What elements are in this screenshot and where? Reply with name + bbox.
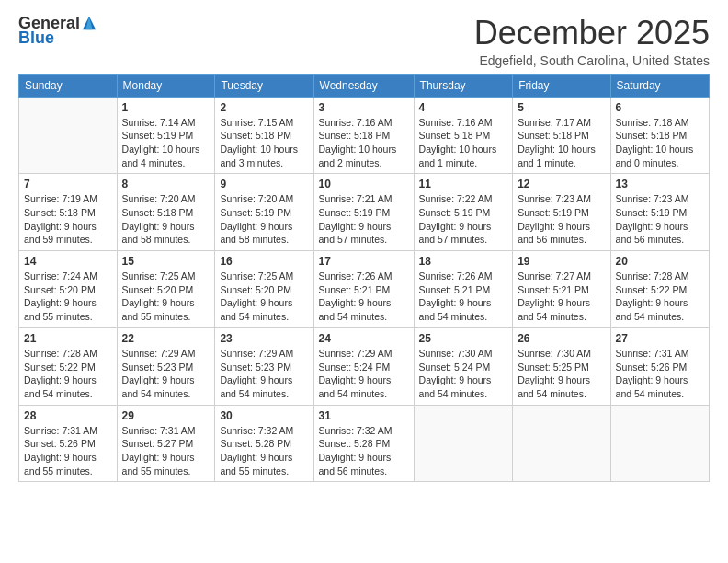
day-info: Sunrise: 7:16 AMSunset: 5:18 PMDaylight:… xyxy=(319,116,409,170)
daylight-hours: Daylight: 9 hours xyxy=(319,220,409,234)
daylight-hours: Daylight: 10 hours xyxy=(122,143,210,156)
daylight-minutes: and 54 minutes. xyxy=(518,387,605,401)
sunset: Sunset: 5:26 PM xyxy=(616,361,704,374)
calendar-week-1: 7Sunrise: 7:19 AMSunset: 5:18 PMDaylight… xyxy=(19,174,710,251)
daylight-minutes: and 3 minutes. xyxy=(220,156,308,170)
sunrise: Sunrise: 7:17 AM xyxy=(518,116,605,130)
sunset: Sunset: 5:18 PM xyxy=(122,206,210,220)
daylight-minutes: and 54 minutes. xyxy=(319,387,409,401)
daylight-hours: Daylight: 10 hours xyxy=(220,143,308,156)
calendar-week-4: 28Sunrise: 7:31 AMSunset: 5:26 PMDayligh… xyxy=(19,405,710,482)
daylight-hours: Daylight: 9 hours xyxy=(518,220,605,234)
daylight-hours: Daylight: 9 hours xyxy=(220,296,308,310)
daylight-hours: Daylight: 9 hours xyxy=(122,373,210,387)
day-info: Sunrise: 7:26 AMSunset: 5:21 PMDaylight:… xyxy=(319,270,409,324)
daylight-minutes: and 1 minute. xyxy=(518,156,605,170)
logo-icon xyxy=(81,15,97,31)
day-number: 22 xyxy=(122,332,210,345)
day-info: Sunrise: 7:25 AMSunset: 5:20 PMDaylight:… xyxy=(122,270,210,324)
col-monday: Monday xyxy=(117,74,215,97)
day-info: Sunrise: 7:22 AMSunset: 5:19 PMDaylight:… xyxy=(419,192,508,247)
calendar-cell: 10Sunrise: 7:21 AMSunset: 5:19 PMDayligh… xyxy=(313,174,414,251)
day-info: Sunrise: 7:15 AMSunset: 5:18 PMDaylight:… xyxy=(220,116,308,170)
daylight-minutes: and 54 minutes. xyxy=(616,387,704,401)
day-info: Sunrise: 7:16 AMSunset: 5:18 PMDaylight:… xyxy=(419,116,508,170)
day-number: 21 xyxy=(24,332,112,345)
calendar-cell: 29Sunrise: 7:31 AMSunset: 5:27 PMDayligh… xyxy=(117,405,215,482)
calendar-cell: 23Sunrise: 7:29 AMSunset: 5:23 PMDayligh… xyxy=(215,327,313,405)
day-number: 7 xyxy=(24,178,112,190)
sunrise: Sunrise: 7:25 AM xyxy=(122,270,210,283)
sunrise: Sunrise: 7:31 AM xyxy=(616,347,704,361)
day-info: Sunrise: 7:31 AMSunset: 5:27 PMDaylight:… xyxy=(122,424,210,478)
sunrise: Sunrise: 7:23 AM xyxy=(518,192,605,206)
sunrise: Sunrise: 7:23 AM xyxy=(616,192,704,206)
sunset: Sunset: 5:21 PM xyxy=(319,283,409,297)
day-info: Sunrise: 7:20 AMSunset: 5:18 PMDaylight:… xyxy=(122,192,210,247)
day-info: Sunrise: 7:31 AMSunset: 5:26 PMDaylight:… xyxy=(616,347,704,401)
sunrise: Sunrise: 7:28 AM xyxy=(24,347,112,361)
calendar-cell: 24Sunrise: 7:29 AMSunset: 5:24 PMDayligh… xyxy=(313,327,414,405)
day-info: Sunrise: 7:30 AMSunset: 5:25 PMDaylight:… xyxy=(518,347,605,401)
sunrise: Sunrise: 7:15 AM xyxy=(220,116,308,130)
sunset: Sunset: 5:19 PM xyxy=(122,129,210,143)
day-info: Sunrise: 7:23 AMSunset: 5:19 PMDaylight:… xyxy=(616,192,704,247)
day-number: 27 xyxy=(616,332,704,345)
sunrise: Sunrise: 7:22 AM xyxy=(419,192,508,206)
day-number: 18 xyxy=(419,255,508,268)
sunset: Sunset: 5:24 PM xyxy=(319,361,409,374)
sunrise: Sunrise: 7:20 AM xyxy=(122,192,210,206)
daylight-hours: Daylight: 9 hours xyxy=(616,220,704,234)
day-info: Sunrise: 7:20 AMSunset: 5:19 PMDaylight:… xyxy=(220,192,308,247)
day-number: 31 xyxy=(319,409,409,422)
calendar-cell xyxy=(610,405,709,482)
calendar-cell: 18Sunrise: 7:26 AMSunset: 5:21 PMDayligh… xyxy=(414,251,513,328)
col-tuesday: Tuesday xyxy=(215,74,313,97)
sunrise: Sunrise: 7:29 AM xyxy=(122,347,210,361)
sunrise: Sunrise: 7:21 AM xyxy=(319,192,409,206)
day-info: Sunrise: 7:21 AMSunset: 5:19 PMDaylight:… xyxy=(319,192,409,247)
day-number: 30 xyxy=(220,409,308,422)
sunrise: Sunrise: 7:31 AM xyxy=(122,424,210,438)
sunset: Sunset: 5:18 PM xyxy=(220,129,308,143)
sunset: Sunset: 5:26 PM xyxy=(24,437,112,451)
calendar-cell: 31Sunrise: 7:32 AMSunset: 5:28 PMDayligh… xyxy=(313,405,414,482)
daylight-hours: Daylight: 10 hours xyxy=(319,143,409,156)
sunset: Sunset: 5:19 PM xyxy=(616,206,704,220)
day-number: 19 xyxy=(518,255,605,268)
day-info: Sunrise: 7:32 AMSunset: 5:28 PMDaylight:… xyxy=(220,424,308,478)
daylight-hours: Daylight: 9 hours xyxy=(220,373,308,387)
daylight-minutes: and 54 minutes. xyxy=(518,310,605,324)
calendar-week-2: 14Sunrise: 7:24 AMSunset: 5:20 PMDayligh… xyxy=(19,251,710,328)
sunrise: Sunrise: 7:25 AM xyxy=(220,270,308,283)
daylight-minutes: and 54 minutes. xyxy=(220,310,308,324)
calendar-cell: 3Sunrise: 7:16 AMSunset: 5:18 PMDaylight… xyxy=(313,97,414,174)
daylight-hours: Daylight: 9 hours xyxy=(616,373,704,387)
sunrise: Sunrise: 7:29 AM xyxy=(220,347,308,361)
day-number: 17 xyxy=(319,255,409,268)
header: General Blue December 2025 Edgefield, So… xyxy=(18,15,710,68)
daylight-minutes: and 54 minutes. xyxy=(220,387,308,401)
day-number: 20 xyxy=(616,255,704,268)
day-info: Sunrise: 7:29 AMSunset: 5:23 PMDaylight:… xyxy=(122,347,210,401)
daylight-hours: Daylight: 9 hours xyxy=(319,373,409,387)
title-block: December 2025 Edgefield, South Carolina,… xyxy=(474,15,710,68)
day-number: 8 xyxy=(122,178,210,190)
daylight-minutes: and 54 minutes. xyxy=(319,310,409,324)
day-number: 28 xyxy=(24,409,112,422)
daylight-hours: Daylight: 9 hours xyxy=(122,451,210,465)
sunset: Sunset: 5:20 PM xyxy=(24,283,112,297)
sunset: Sunset: 5:24 PM xyxy=(419,361,508,374)
daylight-hours: Daylight: 9 hours xyxy=(419,220,508,234)
day-number: 23 xyxy=(220,332,308,345)
calendar-cell: 28Sunrise: 7:31 AMSunset: 5:26 PMDayligh… xyxy=(19,405,118,482)
day-number: 2 xyxy=(220,101,308,114)
calendar-cell: 26Sunrise: 7:30 AMSunset: 5:25 PMDayligh… xyxy=(513,327,610,405)
sunrise: Sunrise: 7:24 AM xyxy=(24,270,112,283)
sunrise: Sunrise: 7:32 AM xyxy=(220,424,308,438)
daylight-minutes: and 59 minutes. xyxy=(24,233,112,247)
sunset: Sunset: 5:23 PM xyxy=(220,361,308,374)
col-thursday: Thursday xyxy=(414,74,513,97)
daylight-minutes: and 2 minutes. xyxy=(319,156,409,170)
calendar-cell: 7Sunrise: 7:19 AMSunset: 5:18 PMDaylight… xyxy=(19,174,118,251)
